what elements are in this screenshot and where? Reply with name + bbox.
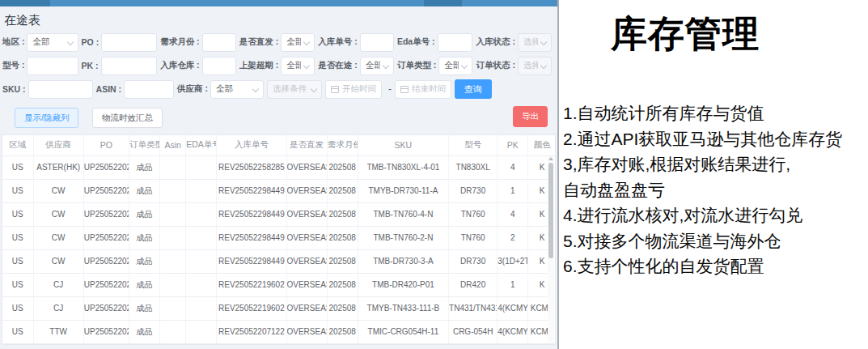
table-cell [186, 343, 217, 345]
table-cell: 202508 [327, 273, 358, 296]
table-cell: 202508 [327, 202, 358, 226]
table-row[interactable]: USCWUP250522027成品REV25052298449OVERSEAS2… [2, 226, 556, 249]
po-input[interactable] [101, 33, 157, 52]
region-filter-value: 全部 [32, 36, 49, 48]
chevron-down-icon [311, 86, 317, 92]
column-header: 需求月份 [327, 135, 358, 155]
table-cell: 3(1D+2T) [498, 249, 528, 273]
order-status-filter[interactable]: 选择 [518, 57, 552, 75]
eda-no-input-label: Eda单号 : [397, 36, 435, 48]
table-cell [160, 296, 186, 320]
sku-input[interactable] [28, 80, 93, 99]
eda-no-input[interactable] [438, 33, 473, 52]
scrollbar-thumb[interactable] [548, 163, 553, 258]
table-cell: 成品 [129, 155, 159, 179]
order-type-filter-label: 订单类型 : [397, 60, 436, 71]
start-date-input-value: 开始时间 [342, 83, 376, 95]
query-button[interactable]: 查询 [455, 79, 492, 99]
export-button[interactable]: 导出 [513, 106, 548, 127]
po-input-group: PO : [82, 33, 158, 52]
order-type-filter-value: 全部 [444, 60, 459, 71]
inbound-status-filter-label: 入库状态 : [476, 36, 514, 48]
table-cell: 成品 [129, 249, 159, 273]
region-filter[interactable]: 全部 [27, 33, 78, 52]
table-cell: OVERSEAS [286, 249, 327, 273]
table-cell: TMB-DR730-3-A [358, 249, 448, 273]
pk-input[interactable] [101, 57, 158, 75]
supplier-filter[interactable]: 全部 [210, 80, 264, 99]
region-filter-label: 地区 : [2, 36, 24, 48]
condition-filter-value: 选择条件 [273, 83, 307, 95]
table-row[interactable]: USCWUP250522027成品REV25052298449OVERSEAS2… [2, 202, 556, 226]
table-cell: UP250522029 [83, 343, 129, 345]
table-row[interactable]: USASTER(HK)UP250522026成品REV25052258285OV… [2, 155, 556, 179]
model-input[interactable] [27, 57, 78, 75]
in-transit-table: 区域供应商PO订单类型AsinEDA单号入库单号是否直发需求月份SKU型号PK颜… [2, 134, 556, 345]
table-cell: TMYB-DR730-11-A [358, 179, 448, 202]
table-cell: REV25052298449 [217, 179, 286, 202]
table-cell: TMB-DR420-P01 [358, 273, 448, 296]
chevron-down-icon [461, 62, 468, 69]
condition-filter[interactable]: 选择条件 [267, 80, 322, 99]
column-header: EDA单号 [186, 135, 217, 155]
end-date-input[interactable]: 结束时间 [395, 80, 451, 99]
po-input-label: PO : [82, 37, 100, 47]
table-cell: 成品 [129, 226, 159, 249]
shelf-overdue-filter-value: 全部 [286, 60, 301, 71]
table-row[interactable]: USCWUP250522027成品REV25052298449OVERSEAS2… [2, 179, 556, 202]
asin-input-group: ASIN : [96, 80, 175, 99]
inbound-no-input[interactable] [360, 33, 394, 52]
table-cell: 1 [498, 343, 528, 345]
table-row[interactable]: USCJUP250522028成品REV25052219602OVERSEAS2… [2, 296, 556, 320]
table-cell: US [2, 179, 33, 202]
table-cell: TMIC-CRG054HK-01 [358, 343, 448, 345]
inbound-status-filter[interactable]: 选择 [518, 33, 552, 52]
top-bar-segment [424, 0, 462, 6]
chevron-down-icon [383, 62, 389, 69]
logistics-summary-button[interactable]: 物流时效汇总 [92, 108, 163, 128]
scroll-up-icon[interactable] [548, 157, 553, 160]
sku-input-group: SKU : [2, 80, 93, 99]
table-cell: OVERSEAS [286, 320, 327, 343]
in-transit-filter[interactable]: 全部 [360, 57, 394, 75]
table-cell: TMIC-CRG054H-11 [358, 320, 448, 343]
table-cell: 成品 [129, 320, 159, 343]
show-hide-columns-button[interactable]: 显示/隐藏列 [15, 108, 78, 128]
table-cell [186, 249, 217, 273]
table-cell: OVERSEAS [286, 273, 327, 296]
table-cell: CW [33, 226, 83, 249]
start-date-input[interactable]: 开始时间 [325, 80, 382, 99]
in-transit-panel: 在途表 地区 :全部PO :需求月份 :是否直发 :全部入库单号 :Eda单号 … [0, 0, 559, 349]
table-cell: 202508 [327, 296, 358, 320]
direct-ship-filter[interactable]: 全部 [281, 33, 315, 52]
table-cell [186, 179, 217, 202]
table-row[interactable]: USCWUP250522027成品REV25052298449OVERSEAS2… [2, 249, 556, 273]
table-cell [186, 273, 217, 296]
table-cell: 成品 [129, 343, 159, 345]
column-header: 是否直发 [286, 135, 327, 155]
table-cell: CJ [33, 273, 83, 296]
demand-month-input[interactable] [202, 33, 236, 52]
table-row[interactable]: USTTWUP250522029成品REV25052207122OVERSEAS… [2, 320, 556, 343]
shelf-overdue-filter[interactable]: 全部 [281, 57, 315, 75]
table-cell: TMB-TN760-4-N [358, 202, 448, 226]
inbound-warehouse-input[interactable] [202, 57, 236, 75]
table-cell: US [2, 273, 33, 296]
table-row[interactable]: USTTWUP250522029成品REV25052207122OVERSEAS… [2, 343, 556, 345]
table-cell: REV25052219602 [217, 296, 286, 320]
chevron-down-icon [303, 62, 310, 69]
table-cell [186, 226, 217, 249]
table-scrollbar[interactable] [548, 156, 554, 343]
filter-area: 地区 :全部PO :需求月份 :是否直发 :全部入库单号 :Eda单号 :入库状… [0, 32, 557, 100]
table-row[interactable]: USCJUP250522028成品REV25052219602OVERSEAS2… [2, 273, 556, 296]
asin-input[interactable] [124, 80, 174, 99]
region-filter-group: 地区 :全部 [2, 33, 78, 52]
table-cell: US [2, 296, 33, 320]
table-cell: 202508 [327, 226, 358, 249]
order-type-filter[interactable]: 全部 [438, 57, 472, 75]
table-cell [160, 202, 186, 226]
order-status-filter-label: 订单状态 : [476, 60, 514, 71]
column-header: PK [498, 135, 528, 155]
column-header: 区域 [2, 135, 33, 155]
feature-item: 3,库存对账,根据对账结果进行, [563, 151, 868, 177]
